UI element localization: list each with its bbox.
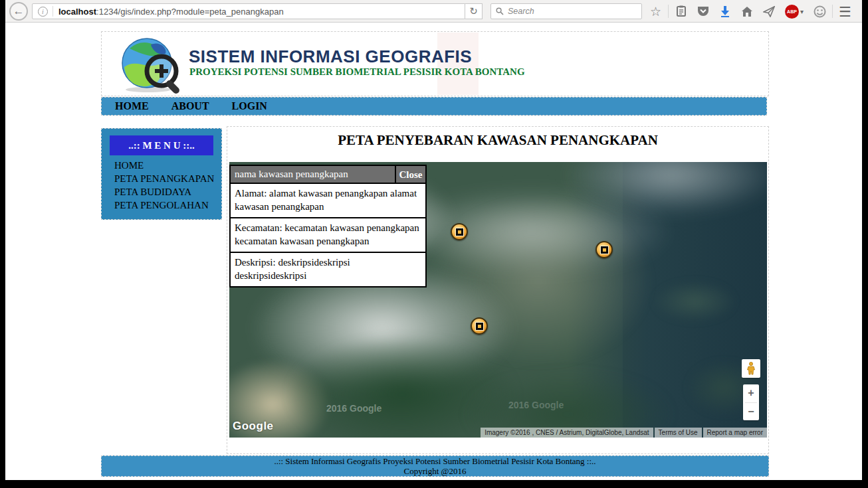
zoom-out-button[interactable]: − (743, 403, 759, 421)
site-logo-globe-icon (116, 37, 185, 94)
nav-home[interactable]: HOME (115, 100, 149, 112)
marker-glyph (456, 228, 463, 236)
search-icon (496, 7, 504, 15)
reading-list-icon[interactable] (670, 2, 692, 21)
sidebar-menu-title: ..:: M E N U ::.. (110, 135, 213, 155)
url-bar[interactable]: i localhost:1234/gis/index.php?module=pe… (32, 3, 465, 19)
toolbar-divider (832, 5, 833, 18)
google-map[interactable]: 2016 Google 2016 Google nama kawasan pen… (229, 162, 767, 438)
info-window-header: nama kawasan penangkapan Close (231, 166, 425, 184)
download-icon[interactable] (714, 2, 736, 21)
site-title: SISTEM INFORMASI GEOGRAFIS (189, 46, 472, 67)
map-attribution: Imagery ©2016 , CNES / Astrium, DigitalG… (481, 428, 767, 438)
map-watermark: 2016 Google (326, 403, 381, 414)
star-glyph: ☆ (650, 5, 661, 18)
toolbar-divider (668, 5, 669, 18)
zoom-in-button[interactable]: + (743, 384, 759, 402)
info-row-alamat: Alamat: alamat kawasan penangkapan alama… (231, 184, 425, 218)
pocket-icon[interactable] (692, 2, 714, 21)
bookmark-star-icon[interactable]: ☆ (645, 2, 667, 21)
sidebar-item-home[interactable]: HOME (114, 159, 214, 172)
browser-window: ← i localhost:1234/gis/index.php?module=… (0, 0, 868, 488)
info-row-kecamatan: Kecamatan: kecamatan kawasan penangkapan… (231, 218, 425, 253)
abp-badge: ABP (785, 5, 799, 19)
window-frame (862, 0, 868, 488)
sidebar-item-peta-penangkapan[interactable]: PETA PENANGKAPAN (114, 172, 214, 185)
sidebar-item-peta-budidaya[interactable]: PETA BUDIDAYA (114, 185, 214, 199)
imagery-credit: Imagery ©2016 , CNES / Astrium, DigitalG… (481, 428, 653, 438)
search-input[interactable]: Search (490, 3, 642, 19)
adblock-plus-icon[interactable]: ABP ▾ (780, 2, 809, 21)
site-footer: ..:: Sistem Informasi Geografis Proyeksi… (101, 455, 769, 477)
nav-login[interactable]: LOGIN (232, 100, 267, 112)
url-path-text: :1234/gis/index.php?module=peta_penangka… (96, 7, 284, 17)
feedback-smiley-icon[interactable] (809, 2, 831, 21)
street-view-pegman-button[interactable] (742, 359, 760, 378)
terms-of-use-link[interactable]: Terms of Use (655, 428, 702, 438)
info-window-close-button[interactable]: Close (395, 166, 425, 183)
page-title: PETA PENYEBARAN KAWASAN PENANGKAPAN (227, 132, 768, 149)
sidebar-item-peta-pengolahan[interactable]: PETA PENGOLAHAN (114, 199, 214, 212)
window-frame (0, 0, 5, 488)
google-logo[interactable]: Google (233, 420, 274, 433)
info-row-deskripsi: Deskripsi: deskripsideskripsi deskripsid… (231, 253, 425, 286)
toolbar-icons: ☆ ABP ▾ (645, 0, 856, 23)
window-frame (0, 480, 868, 488)
home-icon[interactable] (736, 2, 758, 21)
map-marker[interactable] (451, 223, 468, 240)
back-button[interactable]: ← (9, 2, 28, 21)
url-host-text: localhost (58, 7, 96, 17)
sidebar-menu: ..:: M E N U ::.. HOME PETA PENANGKAPAN … (101, 128, 222, 220)
main-nav: HOME ABOUT LOGIN (101, 97, 767, 116)
info-window-title: nama kawasan penangkapan (231, 169, 395, 180)
nav-about[interactable]: ABOUT (171, 100, 209, 112)
hamburger-menu-icon[interactable]: ☰ (834, 2, 856, 21)
browser-toolbar: ← i localhost:1234/gis/index.php?module=… (5, 0, 862, 23)
site-header: SISTEM INFORMASI GEOGRAFIS PROYEKSI POTE… (101, 31, 769, 96)
search-placeholder: Search (508, 7, 534, 16)
map-watermark: 2016 Google (508, 400, 564, 410)
map-marker[interactable] (471, 317, 488, 335)
reload-button[interactable]: ↻ (465, 3, 483, 19)
map-island (655, 282, 734, 321)
report-map-error-link[interactable]: Report a map error (703, 428, 767, 438)
footer-line2: Copyright @2016 (102, 466, 768, 476)
site-subtitle: PROYEKSI POTENSI SUMBER BIOMETRIAL PESIS… (189, 66, 525, 78)
marker-glyph (476, 323, 483, 330)
menu-glyph: ☰ (839, 5, 851, 19)
map-marker[interactable] (596, 241, 613, 258)
marker-glyph (601, 246, 608, 254)
site-info-icon[interactable]: i (38, 7, 48, 17)
info-window: nama kawasan penangkapan Close Alamat: a… (229, 165, 427, 287)
map-zoom-control: + − (743, 384, 759, 420)
footer-line1: ..:: Sistem Informasi Geografis Proyeksi… (102, 456, 768, 466)
send-page-icon[interactable] (758, 2, 780, 21)
main-content: PETA PENYEBARAN KAWASAN PENANGKAPAN 2016… (227, 126, 769, 454)
pegman-icon (746, 362, 756, 375)
abp-caret-icon: ▾ (800, 8, 804, 15)
url-divider (53, 6, 53, 17)
sidebar-menu-items: HOME PETA PENANGKAPAN PETA BUDIDAYA PETA… (114, 159, 214, 212)
